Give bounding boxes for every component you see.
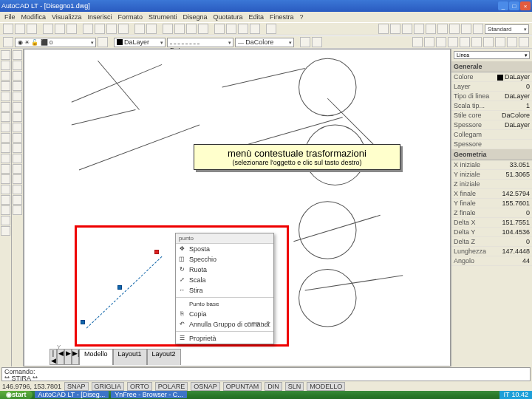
menu-edita[interactable]: Edita (249, 13, 265, 21)
area-icon[interactable] (312, 37, 322, 47)
props-icon[interactable] (214, 24, 225, 34)
command-line[interactable]: Comando: ** STIRA ** Specificare punto d… (1, 367, 531, 381)
dc-icon[interactable] (226, 24, 236, 34)
point-icon[interactable] (1, 174, 10, 184)
menu-visualizza[interactable]: Visualizza (52, 13, 81, 21)
dist-icon[interactable] (300, 37, 310, 47)
menu-file[interactable]: File (4, 13, 16, 21)
ctx-sposta[interactable]: ✥Sposta (176, 244, 273, 254)
block-icon[interactable] (1, 164, 10, 174)
save-icon[interactable] (27, 24, 37, 34)
t8-icon[interactable] (495, 37, 505, 47)
rotate-icon[interactable] (13, 112, 22, 122)
color-combo[interactable]: DaLayer (114, 38, 166, 47)
dim2-icon[interactable] (390, 24, 400, 34)
menu-disegna[interactable]: Disegna (183, 13, 207, 21)
sln-toggle[interactable]: SLN (285, 382, 304, 391)
ctx-annulla[interactable]: ↶Annulla Gruppo di comandiCTRL-Z (176, 319, 273, 330)
hatch-icon[interactable] (1, 185, 10, 194)
arc-icon[interactable] (1, 102, 10, 112)
dim4-icon[interactable] (414, 24, 424, 34)
osnap-toggle[interactable]: OSNAP (191, 382, 220, 391)
ctx-puntobase[interactable]: Punto base (176, 299, 273, 309)
break-icon[interactable] (13, 164, 22, 174)
tool2-icon[interactable] (250, 24, 260, 34)
paste-icon[interactable] (106, 24, 117, 34)
din-toggle[interactable]: DIN (265, 382, 282, 391)
menu-strumenti[interactable]: Strumenti (149, 13, 177, 21)
tab-model[interactable]: Modello (79, 349, 113, 365)
zoomwin-icon[interactable] (186, 24, 197, 34)
trim-icon[interactable] (13, 143, 22, 153)
xline-icon[interactable] (1, 61, 10, 70)
tab-next[interactable]: ▶ (64, 349, 72, 365)
lang-icon[interactable]: IT (503, 391, 509, 398)
zoom-icon[interactable] (174, 24, 185, 34)
move-icon[interactable] (13, 102, 22, 112)
ctx-scala[interactable]: ⤢Scala (176, 275, 273, 285)
systray[interactable]: IT 10.42 (499, 391, 532, 399)
copy-icon[interactable] (95, 24, 105, 34)
minimize-button[interactable]: _ (498, 1, 508, 10)
table-icon[interactable] (1, 216, 10, 225)
t7-icon[interactable] (483, 37, 494, 47)
offset-icon[interactable] (13, 81, 22, 91)
cut-icon[interactable] (83, 24, 93, 34)
chamfer-icon[interactable] (13, 185, 22, 194)
t4-icon[interactable] (448, 37, 458, 47)
layerprev-icon[interactable] (98, 37, 108, 47)
task-browser[interactable]: YnFree - Browser - C... (111, 391, 187, 398)
dim8-icon[interactable] (461, 24, 471, 34)
menu-help[interactable]: ? (300, 13, 304, 21)
polar-toggle[interactable]: POLARE (155, 382, 188, 391)
circle-icon[interactable] (1, 112, 10, 122)
grad-icon[interactable] (1, 195, 10, 205)
scale-icon[interactable] (13, 123, 22, 132)
copy2-icon[interactable] (13, 61, 22, 70)
new-icon[interactable] (3, 24, 13, 34)
undo-icon[interactable] (134, 24, 145, 34)
dim1-icon[interactable] (378, 24, 389, 34)
t9-icon[interactable] (507, 37, 517, 47)
orto-toggle[interactable]: ORTO (127, 382, 152, 391)
tool-icon[interactable] (238, 24, 248, 34)
array-icon[interactable] (13, 92, 22, 101)
line-icon[interactable] (1, 50, 10, 60)
t1-icon[interactable] (412, 37, 423, 47)
open-icon[interactable] (15, 24, 25, 34)
explode-icon[interactable] (13, 205, 22, 215)
fillet-icon[interactable] (13, 195, 22, 205)
print-icon[interactable] (43, 24, 53, 34)
dim3-icon[interactable] (402, 24, 412, 34)
publish-icon[interactable] (66, 24, 77, 34)
linetype-combo[interactable]: DaLayer (167, 38, 233, 47)
ctx-copia[interactable]: ⎘Copia (176, 309, 273, 319)
ellipsearc-icon[interactable] (1, 154, 10, 163)
model-toggle[interactable]: MODELLO (307, 382, 345, 391)
ctx-ruota[interactable]: ↻Ruota (176, 265, 273, 275)
help-icon[interactable] (266, 24, 276, 34)
extend-icon[interactable] (13, 154, 22, 163)
menu-finestra[interactable]: Finestra (270, 13, 294, 21)
tab-last[interactable]: ▶| (72, 349, 79, 365)
otrack-toggle[interactable]: OPUNTAM (223, 382, 262, 391)
join-icon[interactable] (13, 174, 22, 184)
zoomprev-icon[interactable] (198, 24, 208, 34)
tab-layout1[interactable]: Layout1 (113, 349, 147, 365)
tab-layout2[interactable]: Layout2 (147, 349, 181, 365)
entity-combo[interactable]: Linea (454, 51, 530, 59)
mirror-icon[interactable] (13, 71, 22, 81)
stretch-icon[interactable] (13, 133, 22, 143)
pan-icon[interactable] (163, 24, 173, 34)
grid-toggle[interactable]: GRIGLIA (92, 382, 125, 391)
layer-combo[interactable]: ◉ ☀ 🔓 ⬛ 0 (15, 38, 96, 47)
spline-icon[interactable] (1, 133, 10, 143)
menu-modifica[interactable]: Modifica (21, 13, 47, 21)
preview-icon[interactable] (55, 24, 65, 34)
close-button[interactable]: × (520, 1, 531, 10)
revcloud-icon[interactable] (1, 123, 10, 132)
region-icon[interactable] (1, 205, 10, 215)
layer-icon[interactable] (3, 37, 13, 47)
erase-icon[interactable] (13, 50, 22, 60)
dim7-icon[interactable] (449, 24, 460, 34)
